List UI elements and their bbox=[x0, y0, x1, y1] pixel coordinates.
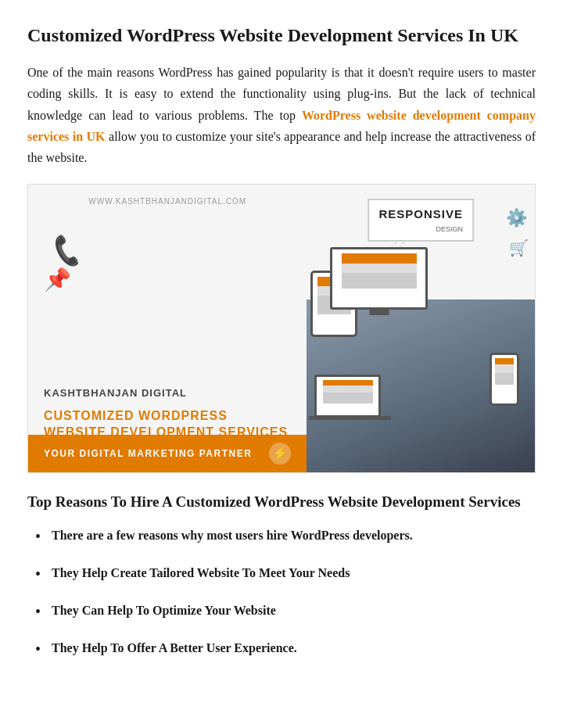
phone-device bbox=[489, 353, 519, 406]
list-item: • There are a few reasons why most users… bbox=[35, 525, 536, 549]
bullet-dot: • bbox=[35, 599, 41, 624]
intro-paragraph: One of the main reasons WordPress has ga… bbox=[27, 62, 536, 168]
section-heading: Top Reasons To Hire A Customized WordPre… bbox=[27, 492, 536, 513]
brand-name: KASHTBHANJAN DIGITAL bbox=[44, 386, 291, 402]
bullet-text: They Can Help To Optimize Your Website bbox=[52, 601, 276, 621]
responsive-label: RESPONSIVE bbox=[378, 205, 463, 224]
note-icon: 📌 bbox=[44, 263, 71, 298]
laptop-device bbox=[314, 375, 381, 418]
cart-icon: 🛒 bbox=[509, 235, 529, 260]
bullet-dot: • bbox=[35, 637, 41, 662]
image-footer-bar: YOUR DIGITAL MARKETING PARTNER ⚡ bbox=[28, 435, 307, 472]
bullet-list: • There are a few reasons why most users… bbox=[35, 525, 536, 662]
bullet-text: They Help Create Tailored Website To Mee… bbox=[52, 563, 350, 583]
page-title: Customized WordPress Website Development… bbox=[27, 23, 536, 48]
responsive-label-box: RESPONSIVE DESIGN bbox=[368, 199, 474, 241]
hero-image: WWW.KASHTBHANJANDIGITAL.COM 📞 📌 KASHTBHA… bbox=[27, 184, 536, 473]
bullet-text: There are a few reasons why most users h… bbox=[52, 525, 413, 546]
list-item: • They Help Create Tailored Website To M… bbox=[35, 563, 536, 586]
image-left-panel: WWW.KASHTBHANJANDIGITAL.COM 📞 📌 KASHTBHA… bbox=[28, 185, 307, 472]
bullet-text: They Help To Offer A Better User Experie… bbox=[52, 638, 297, 658]
list-item: • They Can Help To Optimize Your Website bbox=[35, 601, 536, 624]
bullet-dot: • bbox=[35, 524, 41, 549]
bullet-dot: • bbox=[35, 561, 41, 586]
image-right-panel: RESPONSIVE DESIGN ⚙️ 🛒 bbox=[307, 185, 535, 472]
footer-bar-icon: ⚡ bbox=[269, 443, 291, 464]
gear-icon: ⚙️ bbox=[506, 204, 527, 231]
design-sub-label: DESIGN bbox=[378, 224, 463, 235]
footer-bar-text: YOUR DIGITAL MARKETING PARTNER bbox=[44, 446, 252, 461]
list-item: • They Help To Offer A Better User Exper… bbox=[35, 638, 536, 662]
monitor-device bbox=[330, 247, 428, 310]
watermark-text: WWW.KASHTBHANJANDIGITAL.COM bbox=[88, 195, 246, 208]
